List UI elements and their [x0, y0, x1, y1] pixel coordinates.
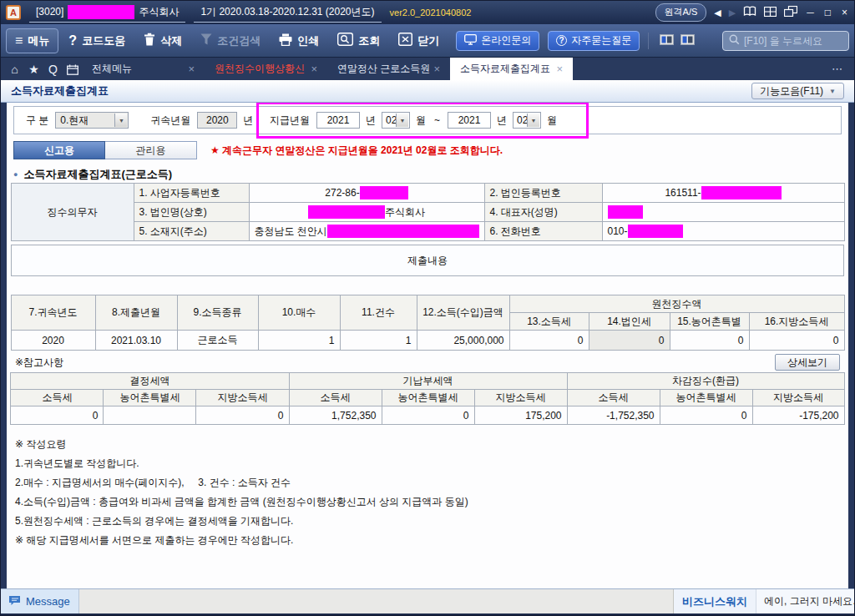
cell-rural-special[interactable]: 0	[670, 331, 749, 351]
redacted-phone	[628, 225, 683, 238]
tab-manage-use[interactable]: 관리용	[105, 141, 197, 159]
cell-prepaid-local-tax[interactable]: 175,200	[474, 406, 567, 425]
chevron-down-icon[interactable]: ▼	[527, 114, 539, 127]
guide-line: 5.원천징수세액 : 근로소득의 경우에는 결정세액을 기재합니다.	[15, 512, 840, 531]
summary-table: 7.귀속년도 8.제출년월 9.소득종류 10.매수 11.건수 12.소득(수…	[11, 295, 845, 351]
close-window-button[interactable]: ×	[840, 7, 849, 18]
cell-prepaid-rural-tax[interactable]: 0	[382, 406, 474, 425]
cell-submit-month[interactable]: 2021.03.10	[95, 331, 177, 351]
phone-text: 010-	[608, 225, 628, 237]
redacted-business-number	[360, 186, 408, 199]
book-icon[interactable]	[743, 6, 756, 19]
attribution-year-input[interactable]	[197, 112, 237, 129]
cell-case-count[interactable]: 1	[340, 331, 417, 351]
filter-panel: 구 분 0.현재 ▼ 귀속년월 년 지급년월 년 02 ▼ 월 ~ 년	[13, 106, 842, 134]
print-button[interactable]: 인쇄	[271, 28, 327, 53]
condition-search-button[interactable]: 조건검색	[192, 28, 269, 53]
tab-close-icon[interactable]: ×	[188, 63, 195, 75]
menu-button[interactable]: ≡ 메뉴	[6, 28, 58, 53]
tab-close-icon[interactable]: ×	[556, 63, 563, 75]
cell-balance-rural-tax[interactable]: 0	[660, 406, 752, 425]
cell-determined-income-tax[interactable]: 0	[11, 406, 104, 425]
maximize-button[interactable]: □	[823, 7, 832, 18]
tab-withholding-status[interactable]: 원천징수이행상황신 ×	[205, 58, 327, 80]
minimize-button[interactable]: ─	[805, 7, 816, 18]
home-icon[interactable]: ⌂	[5, 63, 24, 76]
hamburger-icon: ≡	[15, 34, 23, 48]
cell-income-type[interactable]: 근로소득	[177, 331, 258, 351]
tab-yearend-settlement[interactable]: 연말정산 근로소득원 ×	[327, 58, 450, 80]
phone-value[interactable]: 010-	[602, 222, 844, 241]
remote-as-button[interactable]: 원격A/S	[655, 3, 707, 22]
cell-determined-rural-tax[interactable]	[104, 406, 196, 425]
cell-determined-local-tax[interactable]: 0	[196, 406, 289, 425]
favorites-star-icon[interactable]: ★	[24, 63, 43, 76]
message-label: Message	[26, 595, 70, 608]
tab-label: 원천징수이행상황신	[215, 62, 305, 76]
global-search-box[interactable]	[722, 31, 849, 51]
cell-balance-local-tax[interactable]: -175,200	[752, 406, 844, 425]
tab-report-use[interactable]: 신고용	[13, 141, 105, 159]
ceo-name-value[interactable]	[602, 203, 844, 222]
tab-overflow-icon[interactable]: ⋯	[832, 63, 854, 75]
corporate-name-value[interactable]: 주식회사	[249, 203, 484, 222]
tab-close-icon[interactable]: ×	[433, 63, 440, 75]
back-icon[interactable]: ◀	[714, 8, 721, 18]
news-ticker[interactable]: 에이, 그러지 마세요…지상 541m 다리서 내던진 외마디	[756, 589, 854, 613]
forward-icon[interactable]: ▶	[729, 8, 736, 18]
message-panel[interactable]: Message	[1, 589, 79, 613]
cascade-windows-icon[interactable]	[784, 6, 797, 19]
faq-button[interactable]: ? 자주묻는질문	[548, 31, 640, 51]
calendar-icon[interactable]	[63, 63, 82, 76]
business-number-text: 272-86-	[325, 187, 359, 199]
chevron-down-icon[interactable]: ▼	[114, 114, 127, 127]
subtabs: 신고용 관리용 ★ 계속근무자 연말정산은 지급년월을 2021년 02월로 조…	[13, 141, 842, 159]
payment-from-year-input[interactable]	[316, 112, 360, 129]
search-input[interactable]	[744, 35, 842, 47]
cell-prepaid-income-tax[interactable]: 1,752,350	[289, 406, 382, 425]
table-row: 5. 소재지(주소) 충청남도 천안시 6. 전화번호 010-	[11, 222, 844, 241]
range-tilde: ~	[434, 114, 440, 126]
corporate-number-label: 2. 법인등록번호	[484, 184, 602, 203]
tab-close-icon[interactable]: ×	[311, 63, 317, 75]
group-prepaid-tax: 기납부세액	[289, 373, 567, 390]
gubun-select[interactable]: 0.현재 ▼	[55, 112, 129, 129]
address-value[interactable]: 충청남도 천안시	[249, 222, 484, 241]
panel-layout-icon-1[interactable]	[660, 34, 674, 48]
corporate-name-label: 3. 법인명(상호)	[134, 203, 249, 222]
cell-income-amount[interactable]: 25,000,000	[417, 331, 509, 351]
titlebar: A [3020] 주식회사 1기 2020.03.18-2020.12.31 (…	[1, 1, 854, 24]
cell-attribution-year[interactable]: 2020	[11, 331, 95, 351]
corporate-name-text: 주식회사	[385, 205, 425, 220]
inquiry-button[interactable]: 조회	[329, 28, 388, 53]
tab-income-data-summary[interactable]: 소득자료제출집계표 ×	[450, 58, 573, 80]
cell-local-income-tax[interactable]: 0	[749, 331, 844, 351]
online-inquiry-button[interactable]: 온라인문의	[456, 31, 539, 51]
reference-row: ※참고사항 상세보기	[15, 354, 840, 371]
chevron-down-icon[interactable]: ▼	[396, 114, 408, 127]
quick-search-icon[interactable]: Q	[43, 63, 63, 76]
grid-view-icon[interactable]	[764, 7, 777, 19]
inquiry-label: 조회	[358, 33, 380, 48]
delete-button[interactable]: 삭제	[135, 28, 190, 53]
payment-from-month-select[interactable]: 02 ▼	[382, 112, 410, 129]
cell-corporate-tax[interactable]: 0	[589, 331, 670, 351]
payment-to-year-input[interactable]	[448, 112, 491, 129]
payment-to-month-select[interactable]: 02 ▼	[513, 112, 541, 129]
function-menu-button[interactable]: 기능모음(F11) ▼	[751, 83, 844, 99]
code-help-button[interactable]: ? 코드도움	[60, 28, 134, 53]
tab-label: 소득자료제출집계표	[460, 62, 550, 76]
corporate-number-value[interactable]: 161511-	[602, 184, 844, 203]
cell-income-tax[interactable]: 0	[509, 331, 589, 351]
app-window: A [3020] 주식회사 1기 2020.03.18-2020.12.31 (…	[0, 0, 855, 616]
close-screen-button[interactable]: 닫기	[390, 28, 448, 53]
cell-sheet-count[interactable]: 1	[258, 331, 340, 351]
payment-label: 지급년월	[270, 114, 310, 128]
business-number-value[interactable]: 272-86-	[249, 184, 484, 203]
writing-guide: ※ 작성요령 1.귀속년도별로 작성합니다. 2.매수 : 지급명세서의 매수(…	[15, 435, 840, 550]
faq-question-glyph: ?	[559, 36, 564, 45]
tab-full-menu[interactable]: 전체메뉴 ×	[82, 58, 205, 80]
panel-layout-icon-2[interactable]	[680, 34, 695, 48]
detail-view-button[interactable]: 상세보기	[775, 354, 840, 371]
cell-balance-income-tax[interactable]: -1,752,350	[567, 406, 660, 425]
